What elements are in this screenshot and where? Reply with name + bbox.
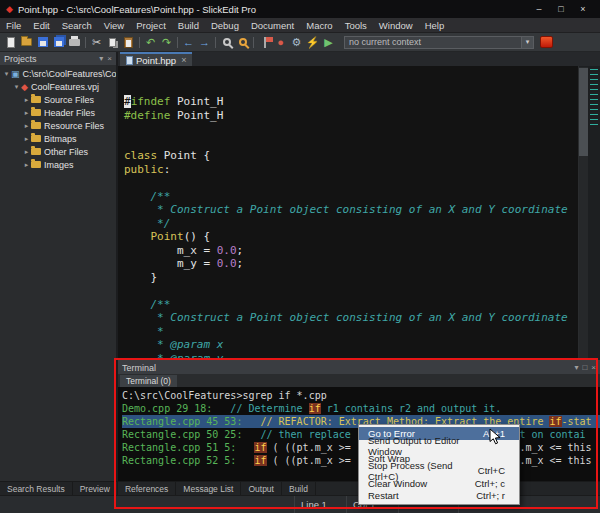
expand-icon[interactable]: ▸ (22, 96, 31, 104)
print-icon[interactable] (67, 35, 82, 49)
menu-project[interactable]: Project (130, 20, 172, 31)
bookmark-icon[interactable] (257, 35, 272, 49)
editor-scrollbar[interactable] (579, 67, 588, 359)
expand-icon[interactable]: ▸ (22, 122, 31, 130)
annotation-icon[interactable]: ● (273, 35, 288, 49)
build-icon[interactable]: ⚡ (305, 35, 320, 49)
terminal-line-2[interactable]: Demo.cpp 29 18: // Determine if r1 conta… (122, 402, 600, 415)
find-icon[interactable] (219, 35, 234, 49)
tree-item-source-files[interactable]: ▸Source Files (0, 93, 116, 106)
status-line: Line 1 (295, 496, 347, 513)
tree-item-images[interactable]: ▸Images (0, 158, 116, 171)
expand-icon[interactable]: ▸ (22, 148, 31, 156)
code-line-11[interactable]: Point() { (124, 230, 576, 244)
code-line-15[interactable] (124, 284, 576, 298)
tab-close-icon[interactable]: × (181, 55, 186, 65)
undo-icon[interactable]: ↶ (143, 35, 158, 49)
expand-icon[interactable]: ▸ (22, 161, 31, 169)
tree-item-other-files[interactable]: ▸Other Files (0, 145, 116, 158)
code-line-14[interactable]: } (124, 271, 576, 285)
back-icon[interactable]: ← (181, 35, 196, 49)
save-icon[interactable] (35, 35, 50, 49)
tab-references[interactable]: References (118, 482, 176, 495)
tab-terminal-0[interactable]: Terminal (0) (120, 375, 177, 387)
menu-file[interactable]: File (0, 20, 27, 31)
collapse-icon[interactable]: ▾ (12, 83, 21, 91)
tree-item-label: C:\src\CoolFeatures\CoolFeatu (23, 69, 116, 79)
menu-edit[interactable]: Edit (27, 20, 55, 31)
minimize-button[interactable]: – (528, 4, 550, 14)
close-button[interactable]: × (572, 4, 594, 14)
tree-item-coolfeatures-vpj[interactable]: ▾◆CoolFeatures.vpj (0, 80, 116, 93)
menu-macro[interactable]: Macro (300, 20, 338, 31)
code-line-16[interactable]: /** (124, 298, 576, 312)
code-line-7[interactable] (124, 176, 576, 190)
redo-icon[interactable]: ↷ (159, 35, 174, 49)
menu-window[interactable]: Window (373, 20, 419, 31)
chevron-down-icon[interactable]: ▾ (521, 37, 533, 48)
editor-minimap[interactable] (590, 69, 598, 127)
scrollbar-thumb[interactable] (579, 68, 588, 156)
code-line-19[interactable]: * @param x (124, 338, 576, 352)
menu-debug[interactable]: Debug (205, 20, 245, 31)
menu-document[interactable]: Document (245, 20, 300, 31)
tab-point-hpp[interactable]: Point.hpp × (120, 52, 192, 66)
find-in-files-icon[interactable] (235, 35, 250, 49)
code-line-8[interactable]: /** (124, 190, 576, 204)
paste-icon[interactable] (121, 35, 136, 49)
code-line-1[interactable]: #ifndef Point_H (124, 95, 576, 109)
expand-icon[interactable]: ▸ (22, 135, 31, 143)
code-line-5[interactable]: class Point { (124, 149, 576, 163)
tab-build[interactable]: Build (282, 482, 316, 495)
slickedit-tool-icon[interactable] (540, 36, 553, 48)
code-line-3[interactable] (124, 122, 576, 136)
tab-search-results[interactable]: Search Results (0, 482, 73, 495)
menu-build[interactable]: Build (172, 20, 205, 31)
open-icon[interactable] (19, 35, 34, 49)
code-line-13[interactable]: m_y = 0.0; (124, 257, 576, 271)
context-menu-item-restart[interactable]: RestartCtrl+; r (359, 490, 519, 503)
menu-help[interactable]: Help (419, 20, 451, 31)
run-icon[interactable]: ▶ (321, 35, 336, 49)
context-menu-item-send-output-to-editor-window[interactable]: Send Output to Editor Window (359, 440, 519, 453)
tree-item-c-src-coolfeatures-coolfeatu[interactable]: ▾▣C:\src\CoolFeatures\CoolFeatu (0, 67, 116, 80)
terminal-panel-header[interactable]: Terminal ▾ □ × (118, 361, 600, 374)
menu-search[interactable]: Search (56, 20, 98, 31)
panel-menu-icon[interactable]: ▾ (99, 54, 103, 63)
panel-close-icon[interactable]: × (107, 54, 112, 63)
code-line-4[interactable] (124, 136, 576, 150)
expand-icon[interactable]: ▸ (22, 109, 31, 117)
code-line-2[interactable]: #define Point_H (124, 109, 576, 123)
forward-icon[interactable]: → (197, 35, 212, 49)
tab-output[interactable]: Output (241, 482, 282, 495)
collapse-icon[interactable]: ▾ (2, 70, 11, 78)
tree-item-resource-files[interactable]: ▸Resource Files (0, 119, 116, 132)
code-line-10[interactable]: */ (124, 217, 576, 231)
context-combobox[interactable]: no current context ▾ (344, 36, 534, 49)
new-file-icon[interactable] (3, 35, 18, 49)
tree-item-header-files[interactable]: ▸Header Files (0, 106, 116, 119)
panel-menu-icon[interactable]: ▾ (574, 363, 578, 372)
maximize-button[interactable]: □ (550, 4, 572, 14)
code-line-17[interactable]: * Construct a Point object consisting of… (124, 311, 576, 325)
save-all-icon[interactable] (51, 35, 66, 49)
cut-icon[interactable]: ✂ (89, 35, 104, 49)
code-line-12[interactable]: m_x = 0.0; (124, 244, 576, 258)
editor[interactable]: #ifndef Point_H#define Point_H class Poi… (118, 66, 600, 360)
tab-message-list[interactable]: Message List (176, 482, 241, 495)
settings-icon[interactable]: ⚙ (289, 35, 304, 49)
menu-tools[interactable]: Tools (339, 20, 373, 31)
code-line-20[interactable]: * @param y (124, 352, 576, 361)
panel-close-icon[interactable]: × (591, 363, 596, 372)
terminal-line-1[interactable]: C:\src\CoolFeatures>sgrep if *.cpp (122, 389, 600, 402)
tree-item-bitmaps[interactable]: ▸Bitmaps (0, 132, 116, 145)
copy-icon[interactable] (105, 35, 120, 49)
code-line-6[interactable]: public: (124, 163, 576, 177)
projects-panel-header[interactable]: Projects ▾ × (0, 52, 116, 65)
tab-preview[interactable]: Preview (73, 482, 118, 495)
menu-view[interactable]: View (98, 20, 130, 31)
context-menu-item-stop-process-send-ctrl-c[interactable]: Stop Process (Send Ctrl+C)Ctrl+C (359, 465, 519, 478)
code-line-18[interactable]: * (124, 325, 576, 339)
panel-maximize-icon[interactable]: □ (582, 363, 587, 372)
code-line-9[interactable]: * Construct a Point object consisting of… (124, 203, 576, 217)
